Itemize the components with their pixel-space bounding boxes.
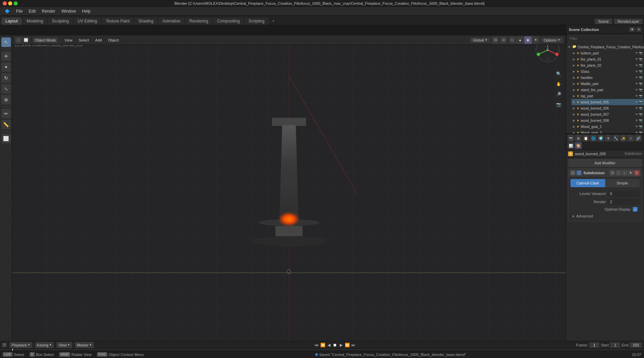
outliner-item-bottom_part[interactable]: ▶ ▼ bottom_part 👁 📷 (571, 50, 644, 56)
camera-vis-handles[interactable]: 📷 (639, 76, 643, 79)
tab-texture-paint[interactable]: Texture Paint (102, 17, 134, 25)
tool-rotate[interactable]: ↻ (1, 73, 11, 83)
visibility-eye-wb008[interactable]: 👁 (635, 119, 638, 122)
camera-vis-wg3[interactable]: 📷 (639, 131, 643, 133)
menu-help[interactable]: Help (79, 8, 93, 14)
tool-measure[interactable]: 📏 (1, 120, 11, 129)
viewport-3d[interactable]: User Perspective (1) Scene Collection | … (12, 35, 566, 341)
outliner-item-wood_burned_005[interactable]: ▶ ▼ wood_burned_005 👁 📷 (571, 99, 644, 105)
keying-dropdown[interactable]: Keying ▼ (35, 342, 54, 348)
play-button[interactable]: ▶ (338, 342, 344, 348)
snap-button[interactable]: ⊡ (492, 36, 499, 44)
hand-tool-button[interactable]: ✋ (554, 80, 563, 88)
maximize-button[interactable] (14, 1, 18, 5)
outliner-item-fire_plane_01[interactable]: ▶ ▼ fire_plane_01 👁 📷 (571, 56, 644, 62)
prop-tab-render[interactable]: 📷 (567, 135, 574, 142)
outliner-item-middle_part[interactable]: ▶ ▼ Middle_part 👁 📷 (571, 81, 644, 87)
camera-vis-wg2[interactable]: 📷 (639, 125, 643, 128)
outliner-item-wood_burned_008[interactable]: ▶ ▼ wood_burned_008 👁 📷 (571, 117, 644, 124)
prop-tab-particles[interactable]: ✨ (620, 135, 627, 142)
prop-tab-output[interactable]: 🖥 (575, 135, 582, 142)
tool-transform[interactable]: ⊕ (1, 95, 11, 104)
object-mode-dropdown[interactable]: Object Mode (33, 37, 58, 43)
prev-frame-button[interactable]: ⏪ (320, 342, 325, 348)
simple-button[interactable]: Simple (605, 179, 640, 187)
tab-modeling[interactable]: Modeling (22, 17, 47, 25)
visibility-eye-bottom[interactable]: 👁 (635, 51, 638, 55)
reverse-play-button[interactable]: ◀ (326, 342, 332, 348)
optimal-display-checkbox[interactable]: ✓ (633, 207, 638, 212)
playback-dropdown[interactable]: Playback ▼ (10, 342, 32, 348)
object-menu[interactable]: Object (106, 37, 121, 43)
levels-viewport-value[interactable]: 0 (608, 191, 640, 197)
modifier-visibility-toggle[interactable]: ✓ (570, 170, 575, 175)
tab-compositing[interactable]: Compositing (213, 17, 244, 25)
outliner-item-stand_fire_part[interactable]: ▶ ▼ stand_fire_part 👁 📷 (571, 87, 644, 93)
camera-vis-glass[interactable]: 📷 (639, 70, 643, 73)
wireframe-button[interactable]: ⬡ (509, 36, 516, 44)
outliner-collection-root[interactable]: ▼ 📁 Central_Fireplace_Focus_Creation_Fil… (566, 44, 644, 50)
current-frame-input[interactable]: 1 (589, 342, 599, 348)
prop-tab-world[interactable]: 🌍 (597, 135, 604, 142)
start-frame-input[interactable]: 1 (610, 342, 620, 348)
render-value[interactable]: 2 (608, 199, 640, 205)
visibility-eye-wb005[interactable]: 👁 (635, 100, 638, 104)
prop-tab-modifier[interactable]: 🔧 (612, 135, 619, 142)
zoom-out-button[interactable]: 🔎 (554, 90, 563, 99)
marker-dropdown[interactable]: Marker ▼ (75, 342, 94, 348)
catmull-clark-button[interactable]: Catmull-Clark (570, 179, 605, 187)
outliner-item-handles[interactable]: ▶ ▼ handles 👁 📷 (571, 75, 644, 81)
next-frame-button[interactable]: ⏩ (344, 342, 350, 348)
camera-vis-wb005[interactable]: 📷 (639, 100, 643, 104)
outliner-search[interactable] (567, 35, 643, 42)
tool-scale[interactable]: ⤡ (1, 84, 11, 94)
visibility-eye-fp1[interactable]: 👁 (635, 58, 638, 61)
camera-vis-wb007[interactable]: 📷 (639, 113, 643, 116)
visibility-eye-handles[interactable]: 👁 (635, 76, 638, 79)
outliner-new-collection-button[interactable]: + (637, 27, 641, 32)
outliner-item-glass[interactable]: ▶ ▼ Glass 👁 📷 (571, 68, 644, 75)
stop-button[interactable]: ⏹ (332, 342, 338, 348)
material-preview-button[interactable]: ◉ (524, 36, 532, 44)
tab-animation[interactable]: Animation (158, 17, 184, 25)
outliner-item-fire_plane_02[interactable]: ▶ ▼ fire_plane_02 👁 📷 (571, 62, 644, 68)
view-menu[interactable]: View (62, 37, 75, 43)
outliner-item-wood_burned_007[interactable]: ▶ ▼ wood_burned_007 👁 📷 (571, 111, 644, 117)
prop-tab-scene[interactable]: 🌐 (590, 135, 597, 142)
prop-tab-view-layer[interactable]: 📋 (582, 135, 589, 142)
visibility-eye-stand[interactable]: 👁 (635, 88, 638, 92)
add-workspace-button[interactable]: + (269, 17, 277, 25)
proportional-edit-button[interactable]: ⊙ (500, 36, 507, 44)
menu-file[interactable]: File (13, 8, 25, 14)
outliner-item-wood_goal_3[interactable]: ▶ ▼ Wood_goal_3 👁 📷 (571, 130, 644, 133)
menu-blender[interactable]: 🔷 (2, 8, 13, 14)
minimize-button[interactable] (8, 1, 12, 5)
visibility-eye-wg2[interactable]: 👁 (635, 125, 638, 128)
visibility-eye-wg3[interactable]: 👁 (635, 131, 638, 133)
options-dropdown[interactable]: Options ▼ (541, 37, 563, 43)
camera-vis-middle[interactable]: 📷 (639, 82, 643, 85)
camera-vis-wb008[interactable]: 📷 (639, 119, 643, 122)
camera-vis-stand[interactable]: 📷 (639, 88, 643, 92)
outliner-item-wood_burned_006[interactable]: ▶ ▼ wood_burned_006 👁 📷 (571, 105, 644, 111)
outliner-item-top_part[interactable]: ▶ ▼ top_part 👁 📷 (571, 93, 644, 99)
outliner-filter-button[interactable]: ▼ (629, 27, 635, 32)
global-dropdown[interactable]: Global ▼ (470, 37, 490, 43)
render-layer-selector[interactable]: RenderLayer (614, 19, 643, 24)
end-frame-input[interactable]: 250 (630, 342, 642, 348)
visibility-eye-top[interactable]: 👁 (635, 94, 638, 98)
tab-uv-editing[interactable]: UV Editing (74, 17, 101, 25)
menu-render[interactable]: Render (39, 8, 58, 14)
camera-vis-fp1[interactable]: 📷 (639, 58, 643, 61)
outliner-item-wood_goal_2[interactable]: ▶ ▼ Wood_goal_2 👁 📷 (571, 124, 644, 130)
modifier-remove-button[interactable]: ✕ (634, 170, 640, 176)
add-modifier-button[interactable]: Add Modifier (568, 159, 642, 167)
timeline-icon[interactable]: ⏱ (2, 343, 7, 347)
visibility-eye-fp2[interactable]: 👁 (635, 64, 638, 67)
tool-select[interactable]: ↖ (1, 37, 11, 47)
tab-rendering[interactable]: Rendering (185, 17, 212, 25)
prop-tab-data[interactable]: 📊 (567, 142, 574, 149)
prop-tab-constraints[interactable]: 🔗 (635, 135, 642, 142)
advanced-collapse[interactable]: ▶ Advanced (570, 213, 640, 219)
menu-edit[interactable]: Edit (26, 8, 38, 14)
